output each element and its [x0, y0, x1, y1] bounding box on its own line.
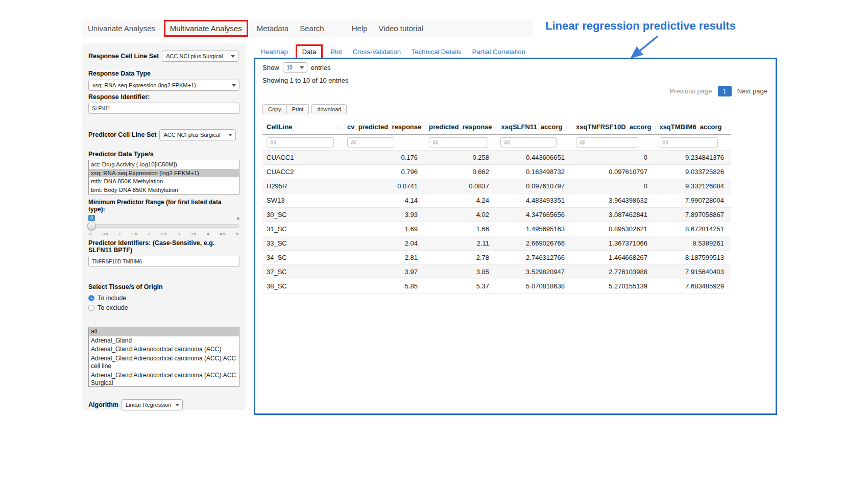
table-row[interactable]: 30_SC3.934.024.3476656563.0874628417.897… [262, 208, 731, 222]
slider-tick-label: 4 [207, 232, 209, 236]
value-cell: 5.270155139 [572, 279, 655, 294]
next-page-button[interactable]: Next page [737, 87, 767, 95]
value-cell: 0.097610797 [572, 165, 655, 179]
list-option[interactable]: act: Drug Activity (-log10[IC50M]) [89, 160, 239, 169]
results-table: CellLine↕cv_predicted_response↕predicted… [262, 119, 731, 294]
column-filter-input[interactable] [347, 137, 394, 148]
tab-data[interactable]: Data [296, 44, 323, 59]
tissue-include-radio[interactable]: To include [88, 295, 239, 302]
table-body: CUACC10.1760.2580.44360665109.234841376C… [262, 151, 731, 294]
nav-item-search[interactable]: Search [300, 24, 324, 33]
tab-technical-details[interactable]: Technical Details [412, 48, 462, 56]
print-button[interactable]: Print [287, 104, 309, 114]
list-option[interactable]: Adrenal_Gland:Adrenocortical carcinoma (… [89, 354, 239, 371]
value-cell: 1.69 [343, 222, 425, 236]
column-header-cellline[interactable]: CellLine↕ [262, 119, 343, 135]
sort-icon[interactable]: ↕ [725, 124, 728, 130]
tissue-list[interactable]: allAdrenal_GlandAdrenal_Gland:Adrenocort… [88, 327, 239, 387]
table-row[interactable]: 38_SC5.855.375.0708186385.2701551397.683… [262, 279, 731, 294]
tab-heatmap[interactable]: Heatmap [261, 48, 288, 56]
value-cell: 3.087462841 [572, 208, 655, 222]
page-number-button[interactable]: 1 [718, 86, 732, 96]
tab-partial-correlation[interactable]: Partial Correlation [472, 48, 525, 56]
table-row[interactable]: CUACC10.1760.2580.44360665109.234841376 [262, 151, 731, 165]
tab-plot[interactable]: Plot [330, 48, 342, 56]
value-cell: 2.669026766 [496, 236, 572, 251]
list-option[interactable]: Adrenal_Gland:Adrenocortical carcinoma (… [89, 371, 239, 387]
column-header-predicted-response[interactable]: predicted_response↕ [425, 119, 496, 135]
cell-line-cell: 33_SC [262, 236, 343, 251]
response-data-type-select[interactable]: xsq: RNA-seq Expression (log2 FPKM+1) [88, 80, 239, 91]
cell-line-cell: 34_SC [262, 251, 343, 265]
response-identifier-input[interactable] [88, 103, 239, 114]
nav-item-video-tutorial[interactable]: Video tutorial [379, 24, 423, 33]
table-row[interactable]: 37_SC3.973.853.5298209472.7761039887.915… [262, 265, 731, 279]
slider-ticks: 00.511.522.533.544.55 [89, 232, 238, 236]
value-cell: 0.0837 [425, 179, 496, 193]
cell-line-cell: CUACC1 [262, 151, 343, 165]
slider-value-label: 0 [88, 215, 95, 221]
copy-button[interactable]: Copy [262, 104, 287, 114]
list-option[interactable]: xsq: RNA-seq Expression (log2 FPKM+1) [89, 169, 239, 178]
table-row[interactable]: H295R0.07410.08370.09761079709.332126084 [262, 179, 731, 193]
predictor-cell-line-set-select[interactable]: ACC NCI plus Surgical [159, 129, 236, 140]
sidebar-panel: Response Cell Line Set ACC NCI plus Surg… [82, 43, 246, 410]
predictor-identifiers-input[interactable] [88, 256, 239, 267]
sort-icon[interactable]: ↕ [565, 124, 568, 130]
response-cell-line-set-select[interactable]: ACC NCI plus Surgical [162, 51, 238, 62]
nav-item-multivariate-analyses[interactable]: Multivariate Analyses [164, 20, 248, 37]
table-row[interactable]: SW134.144.244.4834933513.9643986327.9907… [262, 193, 731, 208]
list-option[interactable]: mth: DNA 850K Methylation [89, 177, 239, 186]
algorithm-select[interactable]: Linear Regression [122, 399, 183, 410]
column-header-xsqtnfrsf10d-accorg[interactable]: xsqTNFRSF10D_accorg↕ [572, 119, 655, 135]
chevron-down-icon [175, 404, 179, 406]
results-panel: Show 10 entries Showing 1 to 10 of 10 en… [254, 58, 777, 415]
list-option[interactable]: all [89, 327, 239, 336]
value-cell: 1.66 [425, 222, 496, 236]
list-option[interactable]: Adrenal_Gland:Adrenocortical carcinoma (… [89, 345, 239, 354]
list-option[interactable]: bmt: Body DNA 850K Methylation [89, 186, 239, 194]
value-cell: 7.897058867 [655, 208, 731, 222]
download-button[interactable]: download [311, 104, 347, 114]
nav-item-metadata[interactable]: Metadata [257, 24, 289, 33]
min-predictor-range-slider: 0 5 00.511.522.533.544.55 [88, 215, 239, 239]
slider-tick-label: 1 [118, 232, 120, 236]
chevron-down-icon [300, 66, 304, 69]
column-filter-input[interactable] [576, 137, 638, 148]
tissue-exclude-radio[interactable]: To exclude [88, 304, 239, 311]
list-option[interactable]: Adrenal_Gland [89, 336, 239, 346]
tab-cross-validation[interactable]: Cross-Validation [353, 48, 401, 56]
slider-track[interactable] [88, 224, 239, 228]
value-cell: 0.163498732 [496, 165, 572, 179]
column-filter-input[interactable] [429, 137, 488, 148]
table-row[interactable]: CUACC20.7960.6620.1634987320.0976107979.… [262, 165, 731, 179]
column-filter-input[interactable] [659, 137, 718, 148]
previous-page-button[interactable]: Previous page [669, 87, 712, 95]
nav-item-univariate-analyses[interactable]: Univariate Analyses [88, 24, 155, 33]
value-cell: 0.176 [343, 151, 425, 165]
filter-cell [655, 135, 731, 151]
radio-checked-icon [88, 295, 94, 301]
value-cell: 0.796 [343, 165, 425, 179]
column-header-xsqtmbim6-accorg[interactable]: xsqTMBIM6_accorg↕ [655, 119, 731, 135]
column-filter-input[interactable] [267, 137, 334, 148]
entries-count-select[interactable]: 10 [283, 62, 307, 72]
table-row[interactable]: 33_SC2.042.112.6690267661.3673710668.538… [262, 236, 731, 251]
table-row[interactable]: 31_SC1.691.661.4956951630.8953026218.672… [262, 222, 731, 236]
predictor-data-type-list[interactable]: act: Drug Activity (-log10[IC50M])xsq: R… [88, 160, 239, 194]
cell-line-cell: SW13 [262, 193, 343, 208]
value-cell: 2.78 [425, 251, 496, 265]
algorithm-label: Algorithm [88, 401, 118, 408]
column-header-cv-predicted-response[interactable]: cv_predicted_response↕ [343, 119, 425, 135]
column-filter-input[interactable] [500, 137, 557, 148]
slider-tick-label: 0.5 [102, 232, 108, 236]
slider-handle[interactable] [87, 222, 96, 230]
predictor-identifiers-label: Predictor Identifiers: (Case-Sensitive, … [88, 239, 239, 254]
value-cell: 3.93 [343, 208, 425, 222]
sort-icon[interactable]: ↕ [337, 124, 341, 130]
chevron-down-icon [232, 84, 236, 87]
table-row[interactable]: 34_SC2.812.782.7463127661.4646682678.187… [262, 251, 731, 265]
column-header-xsqslfn11-accorg[interactable]: xsqSLFN11_accorg↕ [496, 119, 572, 135]
value-cell: 1.367371066 [572, 236, 655, 251]
nav-item-help[interactable]: Help [352, 24, 368, 33]
